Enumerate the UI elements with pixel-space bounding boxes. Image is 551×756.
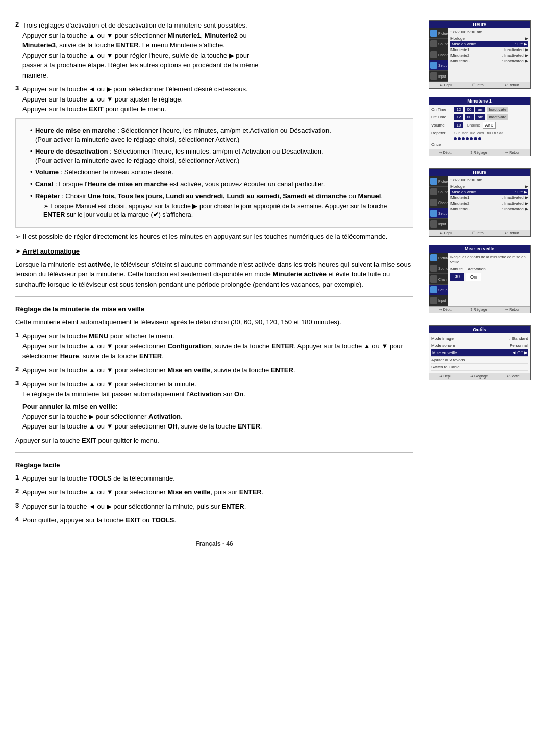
mev-footer-retour: ↩ Retour <box>505 308 520 312</box>
tv1-header: Heure <box>429 21 530 28</box>
tv2-date: 1/1/2008 5:30 am <box>450 178 528 182</box>
rf-step3-block: 3 Appuyer sur la touche ◄ ou ▶ pour séle… <box>15 501 413 512</box>
bullet-note-box: Heure de mise en marche : Sélectionner l… <box>15 118 413 228</box>
min-offtime-status: Inactivate <box>487 114 508 120</box>
min-offtime-m: 00 <box>465 114 474 120</box>
mev-screen: Mise en veille Picture Sound Channel <box>429 245 531 313</box>
outils-cable-label: Switch to Cable <box>431 365 460 369</box>
tv2-sidebar-picture: Picture <box>429 176 448 187</box>
tv1-footer: ⇔ Dépl. ☐ Intro. ↩ Retour <box>429 82 530 88</box>
dot-sun <box>454 137 457 140</box>
min-ontime-status: Inactivate <box>487 107 508 112</box>
mev-outer-body: Picture Sound Channel Setup <box>429 253 530 306</box>
tv2-sidebar-setup: Setup <box>429 208 448 219</box>
min-footer: ⇔ Dépl. ⇕ Réglage ↩ Retour <box>429 149 530 156</box>
outils-footer-reglage: ⇔ Réglage <box>470 374 488 379</box>
rf-step1-num: 1 <box>15 473 22 484</box>
step-number-2: 2 <box>15 20 22 80</box>
tv1-sidebar: Picture Sound Channel Setup <box>429 28 448 82</box>
tv2-picture-icon <box>430 178 437 185</box>
tv1-sidebar-sound: Sound <box>429 39 448 49</box>
day-sun: Sun <box>454 131 460 135</box>
tv-screen-1: Heure Picture Sound Channel <box>429 20 531 89</box>
tv1-row-horloge: Horloge▶ <box>450 36 528 41</box>
tv2-row-min2: Minuterie2: Inactivated ▶ <box>450 200 528 206</box>
tv2-channel-icon <box>430 199 437 206</box>
main-content: 2 Trois réglages d'activation et de désa… <box>15 20 418 547</box>
min-offtime-label: Off Time <box>431 115 453 119</box>
mev-col1-label: Minute <box>450 267 463 271</box>
tv2-sidebar-sound: Sound <box>429 187 448 197</box>
tv1-sidebar-input: Input <box>429 71 448 82</box>
min-footer-reglage: ⇕ Réglage <box>470 150 487 155</box>
min-header-text: Minuterie 1 <box>467 98 492 104</box>
step-2-block: 2 Trois réglages d'activation et de désa… <box>15 20 413 80</box>
tv1-sidebar-channel: Channel <box>429 49 448 60</box>
mev-sidebar-input: Input <box>429 295 448 306</box>
outils-row-favoris: Ajouter aux favoris <box>431 357 528 364</box>
min-dots-row <box>431 137 528 140</box>
min-once-row: Once <box>431 142 528 147</box>
tv2-footer-retour: ↩ Retour <box>505 231 519 235</box>
annuler-block: Pour annuler la mise en veille: Appuyer … <box>22 401 413 432</box>
min-repeat-dots <box>454 137 481 140</box>
tv1-date: 1/1/2008 5:30 am <box>450 30 528 34</box>
outils-mode-image-val: : Standard <box>509 336 528 341</box>
tv1-body: Picture Sound Channel Setup <box>429 28 530 82</box>
step-r1-content: Appuyer sur la touche MENU pour afficher… <box>22 331 413 361</box>
mev-header-text: Mise en veille <box>465 246 494 251</box>
step-r3-block: 3 Appuyer sur la touche ▲ ou ▼ pour séle… <box>15 379 413 432</box>
mev-body: Règle les options de la minuterie de mis… <box>448 253 530 306</box>
mev-val2: On <box>466 273 481 281</box>
mev-desc-text: Règle les options de la minuterie de mis… <box>450 255 528 265</box>
rf-step2-num: 2 <box>15 487 22 497</box>
outils-row-mise-en-veille: Mise en veille ◄ Off ▶ <box>431 349 528 357</box>
tv2-row-min1: Minuterie1: Inactivated ▶ <box>450 195 528 200</box>
reglage-title: Réglage de la minuterie de mise en veill… <box>15 304 413 314</box>
outils-mev-val: ◄ Off ▶ <box>512 350 527 355</box>
step-2-content: Trois réglages d'activation et de désact… <box>22 20 413 80</box>
outils-footer: ⇔ Dépl. ⇔ Réglage ↩ Sortie <box>429 373 530 380</box>
mev-setup-icon <box>430 286 437 293</box>
mev-sidebar-sound: Sound <box>429 263 448 274</box>
step-r2-num: 2 <box>15 365 22 375</box>
tv-screen-2: Heure Picture Sound Channel <box>429 168 531 237</box>
tv1-footer-intro: ☐ Intro. <box>472 83 485 87</box>
outils-footer-sortie: ↩ Sortie <box>507 374 520 379</box>
mev-sidebar-channel: Channel <box>429 274 448 285</box>
tv2-sidebar-channel: Channel <box>429 197 448 208</box>
right-column: Heure Picture Sound Channel <box>429 20 536 547</box>
min-volume-row: Volume 10 Chaîne Air 3 <box>431 122 528 129</box>
rf-step4-num: 4 <box>15 515 22 525</box>
dot-sat <box>478 137 481 140</box>
tv2-setup-icon <box>430 210 437 217</box>
mev-footer-reglage: ⇕ Réglage <box>470 308 487 312</box>
rf-step3-num: 3 <box>15 501 22 512</box>
min-offtime-row: Off Time 12 00 am Inactivate <box>431 114 528 120</box>
min-once-label: Once <box>431 142 453 147</box>
min-channel-label: Chaîne <box>467 123 480 128</box>
tv2-header-text: Heure <box>473 170 486 175</box>
day-thu: Thu <box>485 131 491 135</box>
tv1-sidebar-picture: Picture <box>429 28 448 39</box>
sound-icon <box>430 40 437 47</box>
min-footer-retour: ↩ Retour <box>505 150 520 155</box>
outils-favoris-label: Ajouter aux favoris <box>431 358 465 362</box>
rf-step3-content: Appuyer sur la touche ◄ ou ▶ pour sélect… <box>22 501 413 512</box>
min-body: On Time 12 00 am Inactivate Off Time 12 … <box>429 105 530 149</box>
mev-val-row: 30 On <box>450 273 528 281</box>
day-wed: Wed <box>477 131 484 135</box>
picture-icon <box>430 30 437 37</box>
min-offtime-ampm: am <box>475 114 485 120</box>
step2-text5: passer à la prochaine étape. Régler les … <box>22 61 259 69</box>
step-3-content: Appuyer sur la touche ◄ ou ▶ pour sélect… <box>22 84 413 114</box>
tv1-header-text: Heure <box>473 22 486 27</box>
dot-thu <box>470 137 473 140</box>
reglage-desc: Cette minuterie éteint automatiquement l… <box>15 317 413 327</box>
min-offtime-h: 12 <box>454 114 463 120</box>
tv1-row-mev: Mise en veille: Off ▶ <box>450 41 528 47</box>
input-icon <box>430 72 437 80</box>
outils-header-text: Outils <box>473 327 486 332</box>
outils-row-mode-sonore: Mode sonore : Personnel <box>431 342 528 349</box>
mev-sound-icon <box>430 265 437 272</box>
